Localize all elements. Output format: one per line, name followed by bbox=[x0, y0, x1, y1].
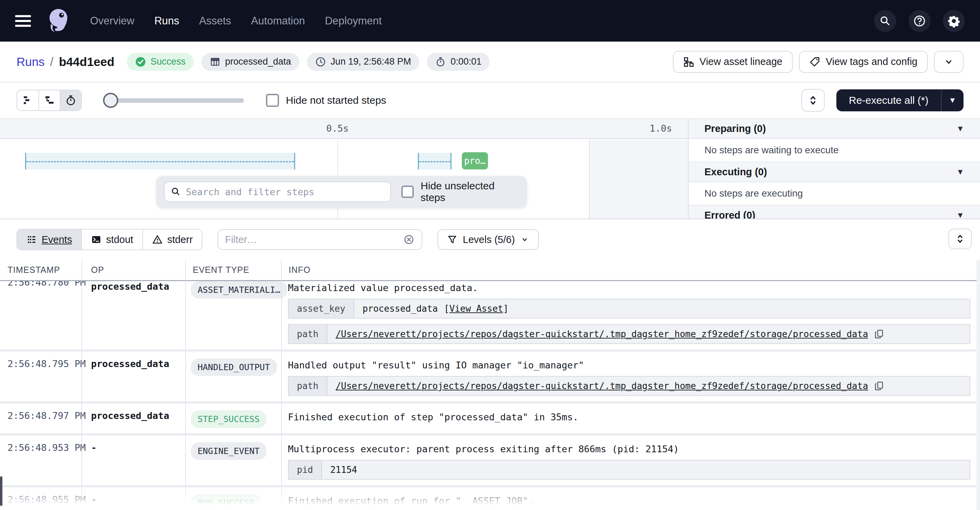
search-icon bbox=[879, 15, 891, 27]
settings-button[interactable] bbox=[943, 10, 965, 32]
metadata-label: path bbox=[289, 377, 328, 395]
help-button[interactable] bbox=[908, 10, 931, 32]
metadata-row: path/Users/neverett/projects/repos/dagst… bbox=[288, 324, 970, 344]
left-scrollbar-thumb[interactable] bbox=[0, 477, 2, 506]
chevron-down-icon bbox=[520, 235, 529, 244]
tab-events[interactable]: Events bbox=[17, 230, 81, 250]
step-search-input[interactable] bbox=[186, 186, 384, 197]
hide-not-started-checkbox[interactable] bbox=[266, 94, 279, 107]
tab-stdout[interactable]: stdout bbox=[81, 230, 142, 250]
table-row[interactable]: 2:56:48.955 PM-RUN_SUCCESSFinished execu… bbox=[0, 485, 980, 509]
reexecute-dropdown-button[interactable]: ▼ bbox=[941, 89, 964, 112]
stderr-icon bbox=[152, 234, 163, 245]
step-section-body: No steps are waiting to execute bbox=[689, 139, 980, 162]
search-icon bbox=[171, 186, 181, 197]
nav-items: OverviewRunsAssetsAutomationDeployment bbox=[90, 15, 382, 27]
gantt-timed-view-button[interactable] bbox=[60, 90, 81, 110]
tab-stderr[interactable]: stderr bbox=[142, 230, 202, 250]
events-table-header: TIMESTAMP OP EVENT TYPE INFO bbox=[0, 260, 980, 281]
run-header: Runs / b44d1eed Success processed_data J… bbox=[0, 41, 980, 83]
copy-path-button[interactable] bbox=[874, 381, 885, 391]
nav-item-automation[interactable]: Automation bbox=[251, 15, 305, 27]
path-link[interactable]: /Users/neverett/projects/repos/dagster-q… bbox=[336, 381, 868, 391]
clear-filter-icon[interactable] bbox=[403, 234, 415, 245]
op-cell: processed_data bbox=[81, 410, 185, 428]
copy-icon[interactable] bbox=[874, 328, 885, 339]
gantt-expand-button[interactable] bbox=[801, 89, 825, 112]
gantt-step-bar-success[interactable]: pro… bbox=[462, 152, 488, 169]
reexecute-all-button[interactable]: Re-execute all (*) bbox=[836, 89, 941, 112]
breadcrumb-separator: / bbox=[50, 55, 54, 69]
step-section-header[interactable]: Executing (0)▼ bbox=[689, 162, 980, 182]
event-type-cell: HANDLED_OUTPUT bbox=[185, 359, 281, 396]
zoom-slider-track[interactable] bbox=[105, 98, 244, 103]
event-type-chip: HANDLED_OUTPUT bbox=[191, 359, 277, 376]
table-row[interactable]: 2:56:48.780 PMprocessed_dataASSET_MATERI… bbox=[0, 281, 980, 349]
dagster-logo-icon[interactable] bbox=[45, 6, 72, 36]
view-asset-lineage-button[interactable]: View asset lineage bbox=[673, 51, 793, 73]
nav-item-overview[interactable]: Overview bbox=[90, 15, 134, 27]
vertical-scrollbar[interactable] bbox=[977, 260, 980, 510]
zoom-slider-thumb[interactable] bbox=[103, 93, 118, 108]
timestamp-cell: 2:56:48.795 PM bbox=[0, 359, 81, 396]
step-filter-popup: Hide unselected steps bbox=[156, 176, 527, 207]
menu-icon[interactable] bbox=[15, 15, 31, 27]
info-text: Finished execution of step "processed_da… bbox=[288, 412, 970, 422]
run-detail-page: OverviewRunsAssetsAutomationDeployment R… bbox=[0, 0, 980, 510]
header-more-button[interactable] bbox=[934, 51, 964, 73]
events-icon bbox=[26, 234, 37, 245]
gantt-toolbar: Hide not started steps Re-execute all (*… bbox=[0, 83, 980, 119]
table-row[interactable]: 2:56:48.795 PMprocessed_dataHANDLED_OUTP… bbox=[0, 349, 980, 402]
metadata-value: /Users/neverett/projects/repos/dagster-q… bbox=[328, 377, 970, 395]
step-search-box[interactable] bbox=[164, 182, 391, 202]
view-asset-link-wrap: [View Asset] bbox=[444, 303, 509, 314]
metadata-value: processed_data[View Asset] bbox=[354, 299, 970, 318]
col-header-op: OP bbox=[81, 265, 185, 275]
hide-unselected-checkbox[interactable] bbox=[401, 186, 414, 198]
levels-dropdown-button[interactable]: Levels (5/6) bbox=[438, 229, 539, 250]
zoom-slider[interactable] bbox=[105, 93, 244, 108]
view-tags-config-button[interactable]: View tags and config bbox=[799, 51, 928, 73]
logs-expand-button[interactable] bbox=[948, 228, 972, 249]
path-link[interactable]: /Users/neverett/projects/repos/dagster-q… bbox=[336, 329, 868, 339]
status-badge: Success bbox=[127, 53, 194, 71]
gantt-flat-view-button[interactable] bbox=[17, 90, 38, 110]
stopwatch-icon bbox=[65, 94, 76, 106]
step-section-body: No steps are executing bbox=[689, 182, 980, 206]
nav-item-deployment[interactable]: Deployment bbox=[325, 15, 382, 27]
event-type-chip: RUN_SUCCESS bbox=[191, 494, 261, 509]
events-table-rows: 2:56:48.780 PMprocessed_dataASSET_MATERI… bbox=[0, 281, 980, 509]
copy-icon[interactable] bbox=[874, 381, 885, 391]
help-icon bbox=[913, 14, 926, 27]
asset-badge[interactable]: processed_data bbox=[201, 53, 299, 71]
metadata-value-text: processed_data bbox=[363, 303, 438, 314]
search-button[interactable] bbox=[874, 10, 896, 32]
step-section-header[interactable]: Errored (0)▼ bbox=[689, 206, 980, 218]
timestamp-cell: 2:56:48.953 PM bbox=[0, 442, 81, 480]
info-cell: Finished execution of run for "__ASSET_J… bbox=[281, 494, 980, 509]
events-table: TIMESTAMP OP EVENT TYPE INFO 2:56:48.780… bbox=[0, 260, 980, 510]
timestamp-cell: 2:56:48.797 PM bbox=[0, 410, 81, 428]
log-filter-box[interactable] bbox=[218, 229, 422, 250]
filter-funnel-icon bbox=[447, 234, 457, 245]
metadata-row: path/Users/neverett/projects/repos/dagst… bbox=[288, 376, 970, 396]
table-row[interactable]: 2:56:48.797 PMprocessed_dataSTEP_SUCCESS… bbox=[0, 402, 980, 434]
gantt-step-bar-pending[interactable] bbox=[418, 153, 452, 169]
gantt-step-bar-pending[interactable] bbox=[25, 153, 295, 169]
lineage-icon bbox=[683, 56, 694, 67]
gantt-waterfall-view-button[interactable] bbox=[38, 90, 60, 110]
col-header-event-type: EVENT TYPE bbox=[185, 265, 281, 275]
timestamp-cell: 2:56:48.780 PM bbox=[0, 281, 81, 344]
nav-item-runs[interactable]: Runs bbox=[154, 15, 179, 27]
log-tabs: Eventsstdoutstderr bbox=[16, 229, 202, 250]
table-row[interactable]: 2:56:48.953 PM-ENGINE_EVENTMultiprocess … bbox=[0, 434, 980, 485]
col-header-info: INFO bbox=[281, 265, 980, 275]
view-asset-link[interactable]: View Asset bbox=[449, 303, 503, 314]
copy-path-button[interactable] bbox=[874, 328, 885, 339]
step-section-header[interactable]: Preparing (0)▼ bbox=[689, 119, 980, 139]
log-filter-input[interactable] bbox=[225, 234, 398, 245]
nav-item-assets[interactable]: Assets bbox=[199, 15, 231, 27]
info-text: Materialized value processed_data. bbox=[288, 282, 970, 293]
breadcrumb-runs-link[interactable]: Runs bbox=[16, 55, 45, 69]
events-toolbar: Eventsstdoutstderr Levels (5/6) bbox=[0, 218, 980, 260]
